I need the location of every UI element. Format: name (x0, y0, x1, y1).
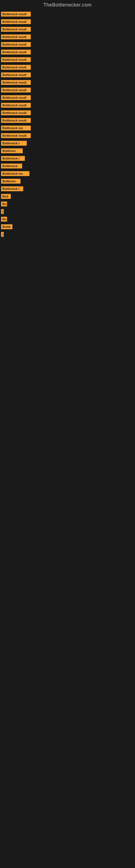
bar-label: Bottle (1, 224, 12, 229)
bar-label: Bottleneck result (1, 88, 31, 93)
bar-row: Bottleneck r (0, 186, 135, 191)
bar-row: Bottleneck result (0, 19, 135, 24)
bar-label: Bottleneck result (1, 133, 31, 138)
bar-label: Bottleneck result (1, 72, 31, 77)
bar-label: Bottlenec (1, 148, 23, 153)
bar-label: Bottleneck r (1, 141, 27, 146)
bar-row: Bottleneck result (0, 65, 135, 70)
bar-label: Bottleneck result (1, 111, 31, 115)
bar-row: Bottleneck result (0, 133, 135, 138)
bar-label: Bottleneck result (1, 57, 31, 62)
bar-row: Bottlenec (0, 179, 135, 184)
bar-label: Bottleneck result (1, 118, 31, 123)
bar-row: Bottleneck result (0, 27, 135, 32)
bar-row: Bottleneck result (0, 103, 135, 108)
bar-row: Bottlenec (0, 148, 135, 153)
site-title: TheBottlenecker.com (0, 0, 135, 9)
bar-row: Bott (0, 194, 135, 199)
bar-row: Bottleneck r (0, 141, 135, 146)
bar-label: Bottlenec (1, 179, 20, 184)
bar-label: | (1, 209, 4, 214)
bar-label: Bottleneck result (1, 103, 31, 108)
bar-row: Bottleneck res (0, 171, 135, 176)
bar-label: Bottleneck res (1, 126, 31, 130)
bar-label: Bottleneck result (1, 27, 31, 32)
bar-row: | (0, 209, 135, 214)
bar-row: Bottleneck res (0, 126, 135, 130)
bar-label: Bottleneck result (1, 80, 31, 85)
bars-container: Bottleneck resultBottleneck resultBottle… (0, 9, 135, 237)
bar-label: Bottleneck result (1, 65, 31, 70)
bar-row: Bottleneck result (0, 50, 135, 55)
bar-row: Bottleneck result (0, 111, 135, 115)
bar-row: Bottle (0, 224, 135, 229)
bar-row: Bottleneck result (0, 88, 135, 93)
bar-row: | (0, 232, 135, 237)
bar-label: Bott (1, 194, 11, 199)
bar-label: Bottleneck result (1, 42, 31, 47)
bar-row: Bo (0, 202, 135, 207)
bar-row: Bottleneck result (0, 72, 135, 77)
bar-label: Bottleneck (1, 163, 22, 168)
bar-row: Bottleneck result (0, 57, 135, 62)
bar-label: Bottleneck r (1, 186, 23, 191)
bar-label: Bo (1, 217, 7, 222)
bar-row: Bo (0, 217, 135, 222)
bar-label: Bo (1, 202, 7, 207)
bar-row: Bottleneck result (0, 80, 135, 85)
bar-label: | (1, 232, 4, 237)
bar-row: Bottleneck result (0, 95, 135, 100)
bar-label: Bottleneck result (1, 95, 31, 100)
bar-row: Bottleneck result (0, 42, 135, 47)
bar-label: Bottleneck result (1, 50, 31, 55)
bar-row: Bottleneck result (0, 118, 135, 123)
bar-row: Bottleneck result (0, 34, 135, 39)
bar-label: Bottleneck res (1, 171, 30, 176)
bar-label: Bottleneck r (1, 156, 25, 161)
bar-label: Bottleneck result (1, 19, 31, 24)
bar-label: Bottleneck result (1, 12, 31, 17)
bar-row: Bottleneck result (0, 12, 135, 17)
bar-row: Bottleneck (0, 163, 135, 168)
bar-label: Bottleneck result (1, 34, 31, 39)
bar-row: Bottleneck r (0, 156, 135, 161)
